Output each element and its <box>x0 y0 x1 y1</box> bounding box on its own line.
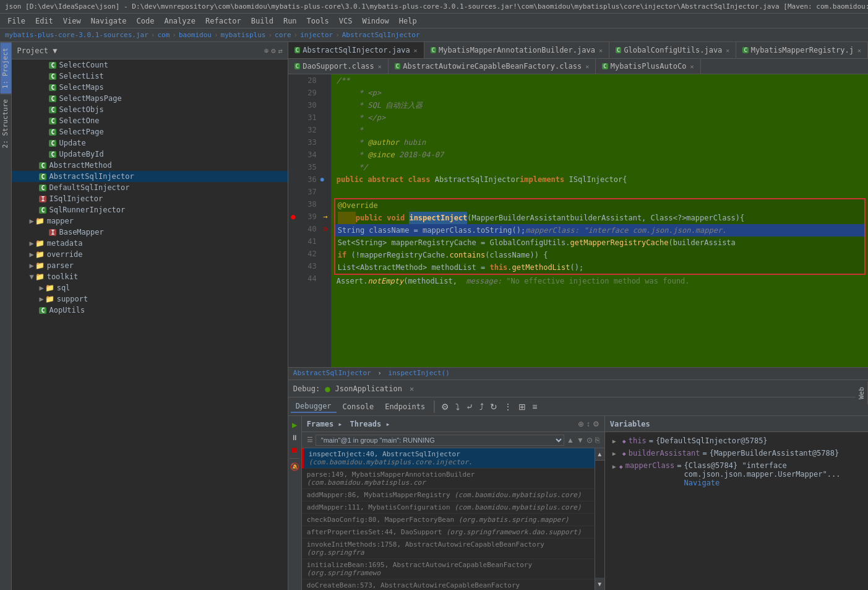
thread-copy-btn[interactable]: ⎘ <box>595 436 599 445</box>
breadcrumb-method[interactable]: inspectInject() <box>389 369 450 377</box>
tab-close-5[interactable]: ✕ <box>378 63 382 70</box>
menu-window[interactable]: Window <box>357 15 393 27</box>
frame-item-5[interactable]: checkDaoConfig:80, MapperFactoryBean (or… <box>302 514 595 526</box>
tab-close-2[interactable]: ✕ <box>599 47 603 54</box>
menu-navigate[interactable]: Navigate <box>86 15 132 27</box>
var-expand-mapper[interactable]: ▶ <box>612 463 617 470</box>
tree-item-SelectCount[interactable]: C SelectCount <box>12 59 287 71</box>
debug-btn-step-out[interactable]: ⤴ <box>477 401 486 413</box>
tree-item-Update[interactable]: C Update <box>12 137 287 149</box>
thread-select[interactable]: "main"@1 in group "main": RUNNING <box>316 435 564 446</box>
tree-item-parser[interactable]: ▶ 📁 parser <box>12 260 287 271</box>
project-expand-icon[interactable]: ⇄ <box>278 46 283 55</box>
debug-btn-more[interactable]: ≡ <box>530 401 539 413</box>
tab-close-4[interactable]: ✕ <box>857 47 861 54</box>
menu-vcs[interactable]: VCS <box>334 15 358 27</box>
frame-item-4[interactable]: addMapper:111, MybatisConfiguration (com… <box>302 501 595 514</box>
debug-btn-step-into[interactable]: ⤶ <box>463 401 476 413</box>
menu-run[interactable]: Run <box>278 15 302 27</box>
debug-btn-filter[interactable]: ⊞ <box>516 401 528 413</box>
menu-code[interactable]: Code <box>132 15 160 27</box>
debug-stop-icon[interactable]: ⏹ <box>290 445 299 456</box>
scroll-down-btn[interactable]: ▼ <box>595 578 604 590</box>
debug-btn-step-over[interactable]: ⤵ <box>453 401 462 413</box>
debug-close-icon[interactable]: ✕ <box>410 384 414 393</box>
project-tab[interactable]: 1: Project <box>0 42 11 93</box>
frames-gear-btn[interactable]: ⚙ <box>593 420 599 428</box>
tree-item-toolkit[interactable]: ▼ 📁 toolkit <box>12 271 287 282</box>
frames-list[interactable]: inspectInject:40, AbstractSqlInjector (c… <box>302 448 595 590</box>
menu-help[interactable]: Help <box>394 15 422 27</box>
tab-close-6[interactable]: ✕ <box>585 63 589 70</box>
var-item-mapperClass[interactable]: ▶ ◆ mapperClass = {Class@5784} "interfac… <box>605 459 868 489</box>
frame-item-7[interactable]: invokeInitMethods:1758, AbstractAutowire… <box>302 539 595 559</box>
tree-item-SelectList[interactable]: C SelectList <box>12 71 287 82</box>
tree-item-AbstractSqlInjector[interactable]: C AbstractSqlInjector <box>12 171 287 182</box>
tree-item-sql[interactable]: ▶ 📁 sql <box>12 282 287 293</box>
tab-GlobalConfigUtils[interactable]: C GlobalConfigUtils.java ✕ <box>609 42 736 58</box>
frame-item-3[interactable]: addMapper:86, MybatisMapperRegistry (com… <box>302 489 595 501</box>
structure-tab[interactable]: 2: Structure <box>0 93 11 153</box>
frame-item-6[interactable]: afterPropertiesSet:44, DaoSupport (org.s… <box>302 526 595 539</box>
debug-resume-icon[interactable]: ▶ <box>291 419 298 431</box>
debug-app-label[interactable]: JsonApplication <box>335 384 402 393</box>
project-gear-icon[interactable]: ⚙ <box>271 46 275 55</box>
bc-injector[interactable]: injector <box>300 31 333 39</box>
var-item-this[interactable]: ▶ ◆ this = {DefaultSqlInjector@5785} <box>605 435 868 447</box>
bc-baomidou[interactable]: baomidou <box>179 31 212 39</box>
tab-close-1[interactable]: ✕ <box>414 47 418 54</box>
var-expand-builder[interactable]: ▶ <box>612 450 620 457</box>
var-item-builderAssistant[interactable]: ▶ ◆ builderAssistant = {MapperBuilderAss… <box>605 447 868 459</box>
frames-filter-btn[interactable]: ⊕ <box>578 420 584 428</box>
tree-item-SelectOne[interactable]: C SelectOne <box>12 115 287 126</box>
debug-btn-run-cursor[interactable]: ↻ <box>488 401 500 413</box>
project-sync-icon[interactable]: ⊕ <box>264 46 269 55</box>
breadcrumb-class[interactable]: AbstractSqlInjector <box>293 369 371 377</box>
menu-build[interactable]: Build <box>246 15 278 27</box>
tree-item-AopUtils[interactable]: C AopUtils <box>12 305 287 316</box>
tab-close-3[interactable]: ✕ <box>726 47 729 54</box>
tree-item-SelectPage[interactable]: C SelectPage <box>12 126 287 137</box>
var-expand-this[interactable]: ▶ <box>612 438 620 445</box>
tab-MybatisPlusAuto[interactable]: C MybatisPlusAutoCo ✕ <box>596 59 700 74</box>
debug-btn-settings[interactable]: ⚙ <box>439 401 452 413</box>
menu-file[interactable]: File <box>2 15 30 27</box>
menu-view[interactable]: View <box>58 15 86 27</box>
frame-item-1[interactable]: inspectInject:40, AbstractSqlInjector (c… <box>302 448 595 469</box>
menu-analyze[interactable]: Analyze <box>159 15 200 27</box>
scroll-up-btn[interactable]: ▲ <box>595 448 604 461</box>
tab-DaoSupport[interactable]: C DaoSupport.class ✕ <box>288 59 389 74</box>
menu-refactor[interactable]: Refactor <box>200 15 246 27</box>
bc-jar[interactable]: mybatis-plus-core-3.0.1-sources.jar <box>5 31 148 39</box>
tree-item-AbstractMethod[interactable]: C AbstractMethod <box>12 160 287 171</box>
tab-close-7[interactable]: ✕ <box>690 63 694 70</box>
bc-com[interactable]: com <box>157 31 170 39</box>
code-content[interactable]: /** * <p> * SQL 自动注入器 * </p> * * @author… <box>332 74 868 367</box>
bc-mybatisplus[interactable]: mybatisplus <box>221 31 266 39</box>
thread-down-btn[interactable]: ▼ <box>577 436 584 445</box>
tab-AbstractSqlInjector[interactable]: C AbstractSqlInjector.java ✕ <box>288 42 424 58</box>
tree-item-UpdateById[interactable]: C UpdateById <box>12 149 287 160</box>
bc-class[interactable]: AbstractSqlInjector <box>342 31 420 39</box>
tree-item-SelectObjs[interactable]: C SelectObjs <box>12 104 287 115</box>
frame-item-2[interactable]: parse:149, MybatisMapperAnnotationBuilde… <box>302 469 595 489</box>
variables-list[interactable]: ▶ ◆ this = {DefaultSqlInjector@5785} ▶ ◆… <box>605 432 868 590</box>
debug-tab-console[interactable]: Console <box>338 401 379 412</box>
tree-item-support[interactable]: ▶ 📁 support <box>12 293 287 305</box>
tree-item-BaseMapper[interactable]: I BaseMapper <box>12 227 287 238</box>
tree-item-ISqlInjector[interactable]: I ISqlInjector <box>12 193 287 204</box>
thread-filter-btn[interactable]: ⊙ <box>587 436 593 445</box>
bc-core[interactable]: core <box>275 31 291 39</box>
tree-item-SelectMapsPage[interactable]: C SelectMapsPage <box>12 93 287 104</box>
frame-item-8[interactable]: initializeBean:1695, AbstractAutowireCap… <box>302 559 595 579</box>
debug-tab-debugger[interactable]: Debugger <box>291 401 337 413</box>
tab-MybatisMapperRegistry[interactable]: C MybatisMapperRegistry.j ✕ <box>736 42 868 58</box>
frame-item-9[interactable]: doCreateBean:573, AbstractAutowireCapabl… <box>302 579 595 590</box>
menu-edit[interactable]: Edit <box>30 15 58 27</box>
tab-MybatisMapperAnnotationBuilder[interactable]: C MybatisMapperAnnotationBuilder.java ✕ <box>424 42 609 58</box>
thread-up-btn[interactable]: ▲ <box>567 436 574 445</box>
frames-sort-btn[interactable]: ↕ <box>587 420 590 428</box>
tree-item-metadata[interactable]: ▶ 📁 metadata <box>12 238 287 249</box>
tree-item-override[interactable]: ▶ 📁 override <box>12 249 287 260</box>
tree-item-SqlRunnerInjector[interactable]: C SqlRunnerInjector <box>12 204 287 215</box>
